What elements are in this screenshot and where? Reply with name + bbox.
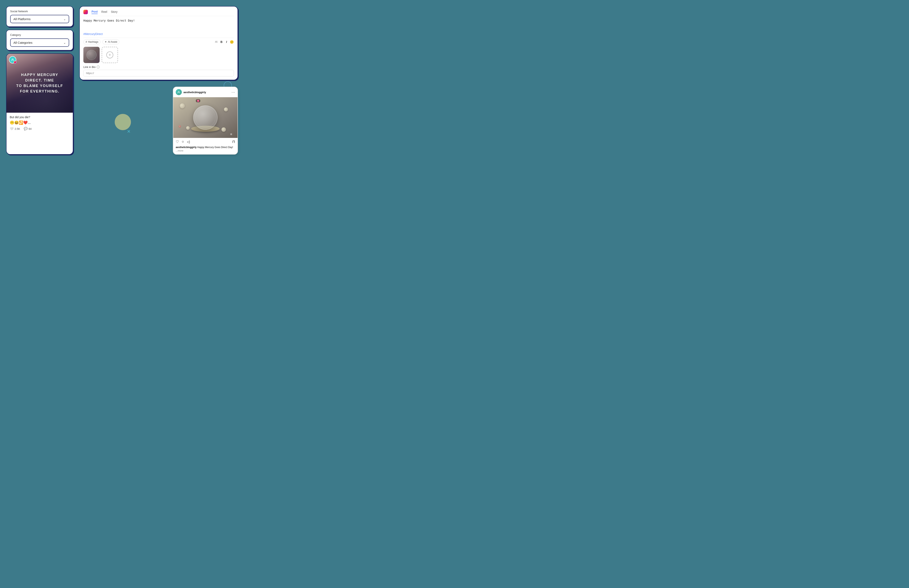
- post-image-text: HAPPY MERCURY DIRECT. TIME TO BLAME YOUR…: [16, 72, 63, 94]
- category-label: Category: [10, 33, 69, 36]
- toolbar-right: 46 B I 🙂: [215, 40, 234, 44]
- category-value: All Categories: [13, 41, 32, 44]
- category-filter: Category All Categories ⌄: [6, 30, 73, 50]
- plus-icon: +: [107, 52, 113, 58]
- comments-count: 64: [29, 127, 32, 130]
- ig-share-icon[interactable]: ◁: [187, 139, 190, 144]
- main-globe-container: [193, 105, 218, 130]
- social-network-label: Social Network: [10, 10, 69, 13]
- avatar-badge: [9, 56, 16, 63]
- social-network-filter: Social Network All Platforms ⌄: [6, 6, 73, 27]
- comments-stat: 💬 64: [24, 127, 32, 131]
- ig-preview-image: ♓ ✱ ♈: [173, 97, 237, 138]
- ig-preview-caption: aestheticbloggirly Happy Mercury Goes Di…: [173, 145, 237, 154]
- tab-post[interactable]: Post: [92, 10, 98, 14]
- zodiac-scene: ♓ ✱ ♈: [173, 97, 237, 138]
- ai-icon: ✦: [105, 40, 107, 43]
- hashtags-button[interactable]: # Hashtags: [83, 39, 100, 44]
- orb-4: [221, 127, 226, 132]
- ig-preview-card: aestheticbloggirly ⋯: [173, 87, 238, 155]
- instagram-icon: [83, 10, 88, 14]
- comment-icon: 💬: [24, 127, 27, 131]
- char-count: 46: [215, 40, 218, 43]
- tab-reel[interactable]: Reel: [101, 10, 107, 14]
- bold-button[interactable]: B: [220, 40, 223, 44]
- post-stats: 🤍 2.5K 💬 64: [10, 127, 69, 131]
- ig-comment-icon[interactable]: ○: [182, 139, 184, 144]
- tab-story[interactable]: Story: [111, 10, 118, 14]
- orb-1: [180, 103, 185, 108]
- instagram-dot: [14, 61, 16, 64]
- ig-user-icon: [177, 91, 180, 94]
- ig-heart-icon[interactable]: ♡: [176, 139, 179, 144]
- composer-textarea[interactable]: Happy Mercury Goes Direct Day!: [83, 18, 234, 31]
- media-thumb-inner: [83, 47, 100, 63]
- media-thumbnail-1[interactable]: [83, 47, 100, 63]
- zodiac-glyph: ♈: [178, 125, 181, 128]
- emoji-button[interactable]: 🙂: [230, 40, 234, 44]
- ig-username: aestheticbloggirly: [183, 91, 206, 94]
- post-preview-card: HAPPY MERCURY DIRECT. TIME TO BLAME YOUR…: [6, 53, 73, 155]
- globe-inner-ring: [195, 108, 215, 128]
- chevron-down-icon-2: ⌄: [63, 41, 66, 44]
- hashtags-label: Hashtags: [88, 40, 98, 43]
- chevron-down-icon: ⌄: [63, 18, 66, 21]
- composer-toolbar: # Hashtags ✦ AI Assist 46 B I 🙂: [83, 38, 234, 44]
- ig-preview-header: aestheticbloggirly ⋯: [173, 87, 237, 97]
- heart-icon: 🤍: [10, 127, 14, 131]
- zodiac-tag: ♓: [196, 99, 200, 102]
- info-icon: i: [97, 66, 100, 69]
- ig-bookmark-icon[interactable]: ⊓: [232, 139, 235, 144]
- post-emojis: 😶😆🔁❤️...: [10, 120, 69, 125]
- category-dropdown[interactable]: All Categories ⌄: [10, 39, 69, 47]
- ig-preview-actions: ♡ ○ ◁ ⊓: [173, 138, 237, 145]
- post-caption: But did you die?: [10, 116, 69, 119]
- ai-assist-button[interactable]: ✦ AI Assist: [102, 39, 119, 44]
- hashtag-icon: #: [86, 40, 87, 43]
- hashtag-text: #MercuryDirect: [83, 32, 234, 36]
- link-in-bio-section: Link in Bio i: [83, 66, 234, 76]
- likes-count: 2.5K: [15, 127, 20, 130]
- social-network-value: All Platforms: [13, 17, 31, 21]
- star-symbol: ✱: [230, 132, 232, 136]
- main-container: Social Network All Platforms ⌄ Category …: [6, 6, 238, 155]
- ai-assist-label: AI Assist: [108, 40, 117, 43]
- thumb-globe: [86, 50, 97, 60]
- post-image: HAPPY MERCURY DIRECT. TIME TO BLAME YOUR…: [6, 54, 73, 113]
- ig-more-text: ...more: [176, 149, 183, 152]
- ig-action-left: ♡ ○ ◁: [176, 139, 190, 144]
- link-in-bio-label: Link in Bio i: [83, 66, 234, 69]
- ig-more-options[interactable]: ⋯: [231, 90, 235, 94]
- zodiac-globe: [193, 105, 218, 130]
- left-panel: Social Network All Platforms ⌄ Category …: [6, 6, 73, 155]
- orb-3: [186, 126, 190, 130]
- likes-stat: 🤍 2.5K: [10, 127, 20, 131]
- italic-button[interactable]: I: [225, 40, 228, 44]
- post-body: But did you die? 😶😆🔁❤️... 🤍 2.5K 💬 64: [6, 113, 73, 133]
- toolbar-left: # Hashtags ✦ AI Assist: [83, 39, 119, 44]
- ig-caption-username: aestheticbloggirly: [176, 146, 197, 149]
- ig-user-row: aestheticbloggirly: [176, 89, 206, 95]
- ig-caption-content: Happy Mercury Goes Direct Day!: [197, 146, 233, 149]
- composer-tabs: Post Reel Story: [83, 10, 234, 16]
- social-network-dropdown[interactable]: All Platforms ⌄: [10, 15, 69, 23]
- right-section: Post Reel Story Happy Mercury Goes Direc…: [79, 6, 238, 155]
- media-row: +: [83, 47, 234, 63]
- orb-2: [224, 107, 228, 111]
- composer-card: Post Reel Story Happy Mercury Goes Direc…: [79, 6, 238, 80]
- link-input[interactable]: [83, 70, 234, 76]
- ig-avatar: [176, 89, 182, 95]
- add-media-button[interactable]: +: [102, 47, 118, 63]
